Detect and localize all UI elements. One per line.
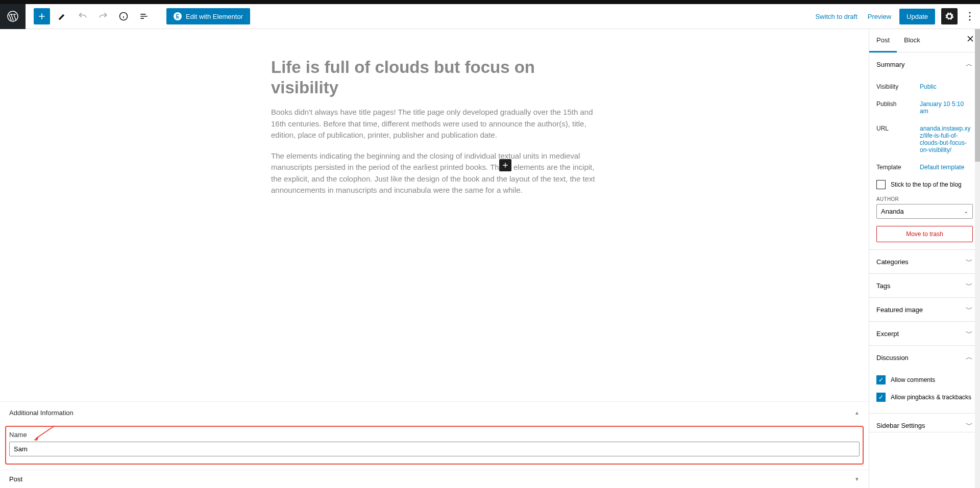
template-value[interactable]: Default template: [920, 164, 973, 171]
publish-value[interactable]: January 10 5:10 am: [920, 100, 973, 115]
author-select[interactable]: Ananda ⌄: [876, 204, 973, 219]
sidebar-tabs: Post Block: [869, 29, 980, 53]
chevron-down-icon: ﹀: [966, 329, 973, 338]
editor-canvas[interactable]: Life is full of clouds but focus on visi…: [0, 29, 869, 488]
panel-title: Excerpt: [876, 330, 899, 338]
redo-icon: [98, 11, 108, 21]
panel-title: Sidebar Settings: [876, 422, 925, 429]
svg-point-4: [969, 19, 971, 21]
collapse-icon: ▼: [854, 476, 860, 482]
meta-section-header[interactable]: Additional Information ▲: [0, 401, 869, 424]
redo-button[interactable]: [95, 8, 111, 24]
panel-excerpt-header[interactable]: Excerpt ﹀: [869, 322, 980, 345]
collapse-icon: ▲: [854, 410, 860, 416]
panel-summary-header[interactable]: Summary ︿: [869, 53, 980, 76]
chevron-up-icon: ︿: [966, 353, 973, 362]
toolbar-right-group: Switch to draft Preview Update: [813, 8, 980, 24]
toolbar-left-group: E Edit with Elementor: [26, 8, 250, 24]
panel-sidebar-settings: Sidebar Settings ﹀: [869, 414, 980, 432]
preview-link[interactable]: Preview: [866, 10, 893, 23]
more-options-button[interactable]: [964, 8, 976, 24]
visibility-value[interactable]: Public: [920, 83, 973, 90]
meta-body-highlighted: Name: [5, 426, 864, 465]
undo-button[interactable]: [75, 8, 91, 24]
inline-add-block-button[interactable]: [499, 159, 511, 171]
panel-title: Tags: [876, 282, 890, 290]
settings-toggle-button[interactable]: [941, 8, 958, 24]
panel-discussion: Discussion ︿ ✓ Allow comments ✓ Allow pi…: [869, 346, 980, 414]
panel-title: Featured image: [876, 306, 923, 314]
panel-featured-header[interactable]: Featured image ﹀: [869, 298, 980, 321]
gear-icon: [944, 11, 954, 21]
allow-pingbacks-label: Allow pingbacks & trackbacks: [891, 394, 971, 401]
panel-discussion-body: ✓ Allow comments ✓ Allow pingbacks & tra…: [869, 369, 980, 413]
allow-pingbacks-row[interactable]: ✓ Allow pingbacks & trackbacks: [876, 389, 973, 406]
summary-visibility-row: Visibility Public: [876, 78, 973, 95]
pencil-icon: [57, 11, 67, 21]
plus-icon: [501, 161, 509, 169]
panel-sidebar-settings-header[interactable]: Sidebar Settings ﹀: [869, 414, 980, 432]
elementor-label: Edit with Elementor: [186, 13, 243, 20]
close-icon: [967, 35, 974, 42]
outline-button[interactable]: [136, 8, 152, 24]
editor-topbar: E Edit with Elementor Switch to draft Pr…: [0, 4, 980, 29]
tools-button[interactable]: [54, 8, 70, 24]
name-field-input[interactable]: [9, 442, 860, 456]
summary-url-row: URL ananda.instawp.xyz/life-is-full-of-c…: [876, 120, 973, 159]
checkbox-checked-icon: ✓: [876, 375, 886, 384]
annotation-arrow: [32, 424, 56, 442]
svg-point-3: [969, 16, 971, 17]
panel-tags-header[interactable]: Tags ﹀: [869, 274, 980, 297]
scrollbar-thumb[interactable]: [975, 29, 980, 162]
chevron-down-icon: ﹀: [966, 281, 973, 290]
chevron-up-icon: ︿: [966, 60, 973, 69]
summary-template-row: Template Default template: [876, 159, 973, 176]
dots-vertical-icon: [969, 12, 971, 21]
settings-sidebar: Post Block Summary ︿ Visibility Public P…: [869, 29, 980, 488]
undo-icon: [78, 11, 88, 21]
url-value[interactable]: ananda.instawp.xyz/life-is-full-of-cloud…: [920, 125, 973, 153]
post-title[interactable]: Life is full of clouds but focus on visi…: [271, 57, 598, 97]
switch-draft-link[interactable]: Switch to draft: [813, 10, 859, 23]
post-content: Life is full of clouds but focus on visi…: [266, 57, 603, 196]
meta-section-title: Additional Information: [9, 409, 74, 417]
panel-tags: Tags ﹀: [869, 274, 980, 298]
chevron-down-icon: ﹀: [966, 421, 973, 430]
post-paragraph-2[interactable]: The elements indicating the beginning an…: [271, 150, 598, 196]
name-field-label: Name: [9, 431, 860, 439]
tab-post[interactable]: Post: [869, 29, 897, 53]
elementor-icon: E: [174, 12, 182, 20]
tab-block[interactable]: Block: [897, 29, 927, 52]
panel-featured-image: Featured image ﹀: [869, 298, 980, 322]
url-label: URL: [876, 125, 920, 153]
details-button[interactable]: [115, 8, 132, 24]
meta-boxes-area: Additional Information ▲ Name Post ▼: [0, 401, 869, 488]
vertical-scrollbar[interactable]: [975, 29, 980, 488]
meta-footer[interactable]: Post ▼: [0, 470, 869, 488]
panel-summary-body: Visibility Public Publish January 10 5:1…: [869, 76, 980, 249]
edit-elementor-button[interactable]: E Edit with Elementor: [166, 8, 250, 24]
stick-checkbox-row[interactable]: Stick to the top of the blog: [876, 176, 973, 193]
move-to-trash-button[interactable]: Move to trash: [876, 226, 973, 242]
wordpress-logo[interactable]: [0, 4, 26, 29]
stick-label: Stick to the top of the blog: [891, 181, 962, 188]
list-icon: [139, 11, 149, 21]
checkbox-checked-icon: ✓: [876, 393, 886, 402]
panel-excerpt: Excerpt ﹀: [869, 322, 980, 346]
panel-discussion-header[interactable]: Discussion ︿: [869, 346, 980, 369]
update-button[interactable]: Update: [899, 9, 935, 24]
add-block-button[interactable]: [34, 8, 50, 24]
visibility-label: Visibility: [876, 83, 920, 90]
summary-publish-row: Publish January 10 5:10 am: [876, 95, 973, 120]
post-paragraph-1[interactable]: Books didn't always have title pages! Th…: [271, 107, 598, 141]
panel-title: Summary: [876, 61, 905, 68]
allow-comments-row[interactable]: ✓ Allow comments: [876, 371, 973, 389]
chevron-down-icon: ﹀: [966, 305, 973, 314]
author-field-label: AUTHOR: [876, 196, 973, 202]
checkbox-unchecked-icon: [876, 180, 886, 189]
meta-footer-label: Post: [9, 475, 22, 483]
browser-chrome-strip: [0, 0, 980, 4]
chevron-down-icon: ⌄: [964, 208, 968, 215]
panel-categories-header[interactable]: Categories ﹀: [869, 250, 980, 273]
wordpress-icon: [7, 10, 19, 22]
